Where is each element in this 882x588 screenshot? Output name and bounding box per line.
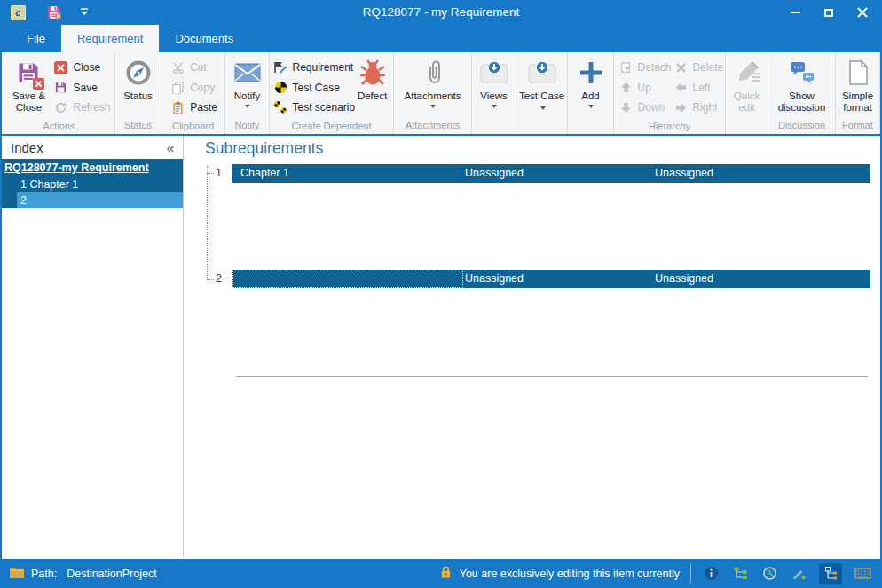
tree-item-2[interactable]: 2 [2, 192, 183, 208]
maximize-button[interactable] [816, 4, 841, 21]
test-case-view-icon [527, 58, 557, 88]
ribbon-group-format: Simple format Format [836, 52, 880, 134]
status-compass-icon [125, 58, 152, 88]
test-scenario-icon [273, 100, 288, 115]
statusbar-signature-icon[interactable] [790, 565, 807, 583]
row-title[interactable]: Chapter 1 [240, 164, 289, 183]
subrequirement-row-selected[interactable]: Unassigned Unassigned [232, 270, 870, 288]
dropdown-arrow-icon [492, 105, 497, 108]
save-and-close-label: Save & Close [7, 90, 50, 114]
app-window: c RQ128077 - my Requirement File Require… [0, 0, 882, 588]
detach-button: Detach [618, 59, 670, 76]
ribbon-tabs: File Requirement Documents [0, 25, 882, 52]
statusbar-hierarchy-icon[interactable] [731, 565, 749, 583]
ribbon-group-hierarchy: Detach Up Down Delete [614, 52, 726, 134]
dropdown-arrow-icon [245, 105, 250, 108]
attachments-button[interactable]: Attachments [397, 56, 469, 108]
tree-guide-line [207, 166, 208, 279]
quick-access-dropdown-icon[interactable] [75, 3, 94, 22]
statusbar-structure-icon[interactable] [819, 563, 842, 584]
row-assignee-1[interactable]: Unassigned [465, 164, 524, 183]
notify-button[interactable]: Notify [228, 56, 267, 108]
views-button[interactable]: Views [475, 56, 514, 108]
maximize-icon [824, 9, 833, 17]
minimize-icon [791, 12, 800, 13]
close-button[interactable] [850, 4, 875, 21]
ribbon-group-clipboard: Cut Copy Paste Clipboard [161, 52, 225, 134]
delete-x-icon [673, 60, 689, 75]
add-button[interactable]: Add [571, 56, 611, 108]
statusbar-info-icon[interactable] [702, 565, 720, 583]
test-case-icon [273, 80, 288, 95]
save-button[interactable]: Save [53, 79, 110, 97]
status-button[interactable]: Status [118, 56, 159, 102]
selected-title-cell[interactable] [232, 270, 463, 288]
row-assignee-2[interactable]: Unassigned [655, 270, 713, 288]
tree-item-chapter-1[interactable]: 1 Chapter 1 [2, 176, 183, 192]
dropdown-arrow-icon [540, 106, 546, 110]
copy-button: Copy [170, 79, 217, 97]
paste-button[interactable]: Paste [170, 98, 217, 116]
copy-icon [170, 80, 185, 95]
quick-save-button[interactable] [44, 3, 64, 22]
tree-indent [2, 192, 17, 208]
sidebar-title: Index [11, 140, 43, 155]
tab-requirement[interactable]: Requirement [61, 25, 159, 52]
exclusive-edit-message: You are exclusively editing this item cu… [460, 568, 680, 580]
tree-guide-stub [207, 173, 214, 174]
up-button: Up [618, 79, 670, 97]
detach-icon [618, 60, 634, 75]
row-assignee-2[interactable]: Unassigned [655, 164, 713, 183]
document-icon [847, 58, 870, 88]
mail-icon [234, 58, 261, 88]
create-defect-button[interactable]: Defect [353, 56, 392, 102]
bug-icon [358, 58, 387, 88]
app-icon-letter: c [15, 7, 20, 18]
statusbar-keyboard-icon[interactable] [854, 565, 871, 583]
group-label-test-case [516, 119, 567, 134]
app-icon[interactable]: c [11, 5, 26, 20]
statusbar-history-icon[interactable] [760, 565, 778, 583]
group-label-actions: Actions [4, 120, 114, 134]
cut-button: Cut [170, 59, 217, 76]
subrequirements-panel: Subrequirements 1 Chapter 1 Unassigned U… [184, 136, 880, 557]
ribbon-group-notify: Notify Notify [225, 52, 270, 134]
show-discussion-button[interactable]: Show discussion [771, 56, 833, 114]
views-icon [479, 58, 509, 88]
row-index: 1 [216, 164, 228, 183]
group-label-attachments: Attachments [394, 119, 471, 134]
save-and-close-button[interactable]: Save & Close [7, 56, 50, 114]
tab-file[interactable]: File [11, 25, 61, 52]
divider [35, 5, 35, 20]
subrequirement-row[interactable]: Chapter 1 Unassigned Unassigned [232, 164, 870, 183]
test-case-dropdown-button[interactable]: Test Case [519, 56, 565, 114]
discussion-bubbles-icon [788, 58, 816, 88]
group-label-notify: Notify [225, 119, 269, 134]
left-button: Left [673, 79, 723, 97]
tab-documents[interactable]: Documents [159, 25, 249, 52]
ribbon-group-attachments: Attachments Attachments [394, 52, 472, 134]
paperclip-icon [420, 58, 446, 88]
down-arrow-icon [618, 100, 634, 115]
quick-edit-button: Quick edit [728, 56, 766, 114]
collapse-sidebar-icon[interactable]: « [167, 140, 174, 155]
create-requirement-button[interactable]: Requirement [273, 59, 351, 76]
minimize-button[interactable] [783, 4, 807, 21]
folder-icon [9, 566, 25, 582]
scissors-icon [170, 60, 185, 75]
dropdown-arrow-icon [430, 105, 436, 108]
create-test-scenario-button[interactable]: Test scenario [273, 98, 351, 116]
group-label-format: Format [836, 119, 879, 134]
ribbon-group-views: Views [472, 52, 516, 134]
paste-icon [170, 100, 185, 115]
create-test-case-button[interactable]: Test Case [273, 79, 351, 97]
row-assignee-1[interactable]: Unassigned [465, 270, 524, 288]
tree-item-root[interactable]: RQ128077-my Requirement [2, 159, 183, 176]
close-item-button[interactable]: Close [53, 59, 110, 76]
plus-icon [578, 58, 604, 88]
up-arrow-icon [618, 80, 634, 95]
delete-button: Delete [673, 59, 723, 76]
ribbon-group-status: Status Status [115, 52, 161, 134]
title-bar: c RQ128077 - my Requirement [0, 0, 882, 25]
simple-format-button[interactable]: Simple format [838, 56, 878, 114]
